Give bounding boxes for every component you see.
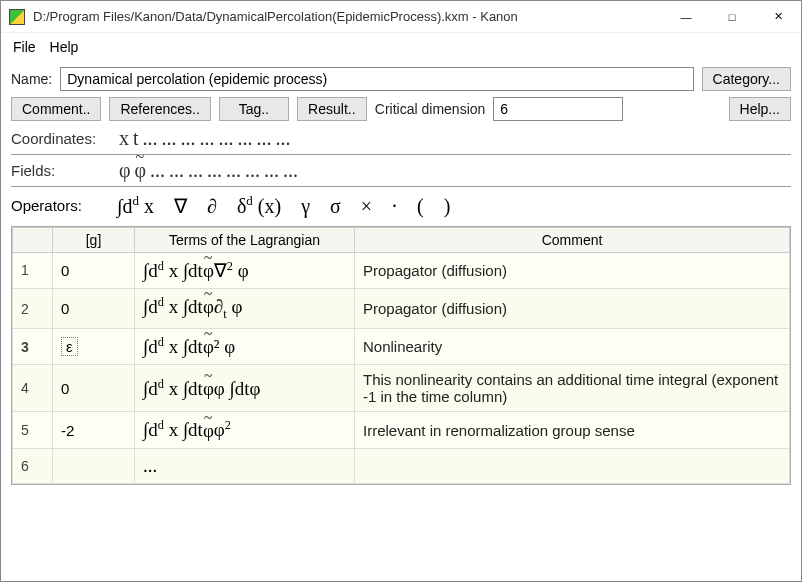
name-label: Name:	[11, 71, 52, 87]
operator-8[interactable]: (	[407, 195, 434, 217]
app-icon	[9, 9, 25, 25]
critdim-input[interactable]	[493, 97, 623, 121]
th-term[interactable]: Terms of the Lagrangian	[135, 227, 355, 252]
table-row[interactable]: 5-2∫dd x ∫dtφφ2Irrelevant in renormaliza…	[13, 412, 790, 448]
menu-help[interactable]: Help	[50, 39, 79, 55]
table-row[interactable]: 10∫dd x ∫dtφ∇2 φPropagator (diffusion)	[13, 252, 790, 288]
result-button[interactable]: Result..	[297, 97, 367, 121]
row-g[interactable]: 0	[53, 365, 135, 412]
operator-9[interactable]: )	[434, 195, 461, 217]
category-button[interactable]: Category...	[702, 67, 791, 91]
row-g[interactable]	[53, 448, 135, 483]
critdim-label: Critical dimension	[375, 101, 485, 117]
row-index: 6	[13, 448, 53, 483]
fields-label: Fields:	[11, 162, 111, 179]
field-0[interactable]: φ	[117, 157, 133, 183]
field-8[interactable]: ...	[262, 157, 281, 183]
field-1[interactable]: φ	[133, 157, 149, 183]
maximize-button[interactable]: □	[709, 1, 755, 33]
field-6[interactable]: ...	[224, 157, 243, 183]
coord-7[interactable]: ...	[236, 125, 255, 151]
coordinates-row: Coordinates: xt........................	[11, 127, 791, 150]
coord-8[interactable]: ...	[255, 125, 274, 151]
coordinates-label: Coordinates:	[11, 130, 111, 147]
field-3[interactable]: ...	[167, 157, 186, 183]
row-index: 5	[13, 412, 53, 448]
menubar: File Help	[1, 33, 801, 61]
row-index: 3	[13, 329, 53, 365]
coord-6[interactable]: ...	[217, 125, 236, 151]
row-index: 1	[13, 252, 53, 288]
operator-3[interactable]: δd (x)	[227, 195, 291, 217]
coord-5[interactable]: ...	[198, 125, 217, 151]
operator-4[interactable]: γ	[291, 195, 320, 217]
operator-6[interactable]: ×	[351, 195, 382, 217]
row-term[interactable]: ∫dd x ∫dtφ∇2 φ	[135, 252, 355, 288]
operator-1[interactable]: ∇	[164, 195, 197, 217]
operator-0[interactable]: ∫dd x	[107, 195, 164, 217]
operator-5[interactable]: σ	[320, 195, 351, 217]
references-button[interactable]: References..	[109, 97, 210, 121]
row-g[interactable]: 0	[53, 252, 135, 288]
minimize-button[interactable]: —	[663, 1, 709, 33]
row-index: 4	[13, 365, 53, 412]
menu-file[interactable]: File	[13, 39, 36, 55]
coord-0[interactable]: x	[117, 125, 131, 151]
row-comment: Propagator (diffusion)	[355, 288, 790, 328]
row-term[interactable]: ...	[135, 448, 355, 483]
close-button[interactable]: ✕	[755, 1, 801, 33]
table-row[interactable]: 40∫dd x ∫dtφφ ∫dtφThis nonlinearity cont…	[13, 365, 790, 412]
row-term[interactable]: ∫dd x ∫dtφ∂t φ	[135, 288, 355, 328]
row-comment: Nonlinearity	[355, 329, 790, 365]
coord-4[interactable]: ...	[179, 125, 198, 151]
row-comment: Propagator (diffusion)	[355, 252, 790, 288]
row-comment: This nonlinearity contains an additional…	[355, 365, 790, 412]
field-9[interactable]: ...	[281, 157, 300, 183]
coord-9[interactable]: ...	[274, 125, 293, 151]
row-g[interactable]: 0	[53, 288, 135, 328]
th-index[interactable]	[13, 227, 53, 252]
coord-3[interactable]: ...	[160, 125, 179, 151]
help-button[interactable]: Help...	[729, 97, 791, 121]
operator-2[interactable]: ∂	[197, 195, 227, 217]
row-comment	[355, 448, 790, 483]
th-comment[interactable]: Comment	[355, 227, 790, 252]
field-4[interactable]: ...	[186, 157, 205, 183]
operator-7[interactable]: ·	[382, 195, 407, 217]
operators-label: Operators:	[11, 197, 103, 214]
row-term[interactable]: ∫dd x ∫dtφφ ∫dtφ	[135, 365, 355, 412]
row-term[interactable]: ∫dd x ∫dtφφ2	[135, 412, 355, 448]
row-term[interactable]: ∫dd x ∫dtφ² φ	[135, 329, 355, 365]
row-comment: Irrelevant in renormalization group sens…	[355, 412, 790, 448]
row-g[interactable]: -2	[53, 412, 135, 448]
table-row[interactable]: 20∫dd x ∫dtφ∂t φPropagator (diffusion)	[13, 288, 790, 328]
field-2[interactable]: ...	[148, 157, 167, 183]
comment-button[interactable]: Comment..	[11, 97, 101, 121]
th-g[interactable]: [g]	[53, 227, 135, 252]
row-g[interactable]: ε	[53, 329, 135, 365]
name-input[interactable]	[60, 67, 693, 91]
window-title: D:/Program Files/Kanon/Data/DynamicalPer…	[33, 9, 663, 24]
lagrangian-table: [g] Terms of the Lagrangian Comment 10∫d…	[11, 226, 791, 485]
fields-row: Fields: φφ........................	[11, 159, 791, 182]
table-row[interactable]: 3ε∫dd x ∫dtφ² φNonlinearity	[13, 329, 790, 365]
tag-button[interactable]: Tag..	[219, 97, 289, 121]
field-5[interactable]: ...	[205, 157, 224, 183]
row-index: 2	[13, 288, 53, 328]
table-row[interactable]: 6...	[13, 448, 790, 483]
titlebar: D:/Program Files/Kanon/Data/DynamicalPer…	[1, 1, 801, 33]
field-7[interactable]: ...	[243, 157, 262, 183]
operators-row: Operators: ∫dd x∇∂δd (x)γσ×·()	[11, 193, 791, 218]
